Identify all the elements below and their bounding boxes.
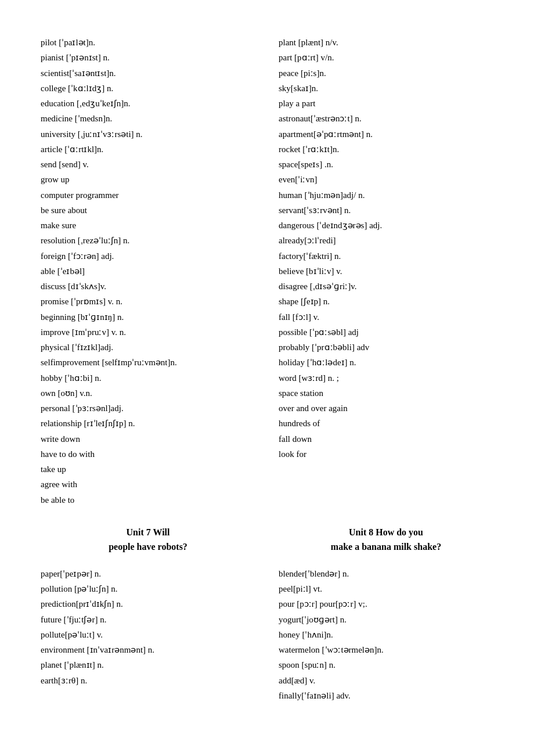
vocab-item: computer programmer [41, 188, 255, 203]
vocab-item: already[ɔːlˈredi] [279, 233, 493, 248]
vocab-item: paper[ˈpeɪpər] n. [41, 566, 255, 581]
vocab-item: pilot [ˈpaɪlət]n. [41, 35, 255, 50]
vocab-item: shape [ʃeɪp] n. [279, 294, 493, 309]
vocab-item: spoon [spuːn] n. [279, 657, 493, 672]
vocab-item: holiday [ˈhɑːlədeɪ] n. [279, 355, 493, 370]
right-vocab-block: plant [plænt] n/v.part [pɑːrt] v/n.peace… [279, 35, 493, 462]
vocab-item: beginning [bɪˈɡɪnɪŋ] n. [41, 309, 255, 325]
vocab-item: factory[ˈfæktri] n. [279, 249, 493, 264]
vocab-item: future [ˈfjuːtʃər] n. [41, 612, 255, 627]
vocab-item: foreign [ˈfɔːrən] adj. [41, 249, 255, 264]
main-content: pilot [ˈpaɪlət]n.pianist [ˈpɪənɪst] n.sc… [41, 35, 493, 507]
vocab-item: play a part [279, 96, 493, 111]
vocab-item: college [ˈkɑːlɪdʒ] n. [41, 81, 255, 96]
vocab-item: fall [fɔːl] v. [279, 309, 493, 325]
vocab-item: rocket [ˈrɑːkɪt]n. [279, 142, 493, 157]
unit8-vocab-block: blender[ˈblendər] n.peel[piːl] vt.pour [… [279, 566, 493, 703]
vocab-item: hobby [ˈhɑːbi] n. [41, 370, 255, 386]
vocab-item: education [ˌedʒuˈkeɪʃn]n. [41, 96, 255, 111]
vocab-item: take up [41, 462, 255, 477]
right-column-top: plant [plænt] n/v.part [pɑːrt] v/n.peace… [279, 35, 493, 507]
vocab-item: resolution [ˌrezəˈluːʃn] n. [41, 233, 255, 248]
unit-sections: Unit 7 Will people have robots? paper[ˈp… [41, 525, 493, 703]
vocab-item: prediction[prɪˈdɪkʃn] n. [41, 596, 255, 611]
vocab-item: word [wɜːrd] n. ; [279, 370, 493, 386]
vocab-item: grow up [41, 172, 255, 187]
unit7-section: Unit 7 Will people have robots? paper[ˈp… [41, 525, 255, 703]
vocab-item: watermelon [ˈwɔːtərmelən]n. [279, 642, 493, 657]
vocab-item: pollute[pəˈluːt] v. [41, 627, 255, 642]
vocab-item: planet [ˈplænɪt] n. [41, 657, 255, 672]
unit8-section: Unit 8 How do you make a banana milk sha… [279, 525, 493, 703]
vocab-item: pianist [ˈpɪənɪst] n. [41, 50, 255, 65]
vocab-item: relationship [rɪˈleɪʃnʃɪp] n. [41, 416, 255, 431]
vocab-item: article [ˈɑːrtɪkl]n. [41, 142, 255, 157]
vocab-item: yogurt[ˈjoʊɡərt] n. [279, 612, 493, 627]
vocab-item: university [ˌjuːnɪˈvɜːrsəti] n. [41, 127, 255, 142]
vocab-item: scientist[ˈsaɪəntɪst]n. [41, 66, 255, 81]
vocab-item: servant[ˈsɜːrvənt] n. [279, 203, 493, 218]
vocab-item: physical [ˈfɪzɪkl]adj. [41, 340, 255, 355]
vocab-item: fall down [279, 431, 493, 447]
vocab-item: send [send] v. [41, 157, 255, 172]
vocab-item: peace [piːs]n. [279, 66, 493, 81]
vocab-item: agree with [41, 477, 255, 492]
vocab-item: over and over again [279, 401, 493, 416]
vocab-item: astronaut[ˈæstrənɔːt] n. [279, 111, 493, 126]
vocab-item: pour [pɔːr] pour[pɔːr] v;. [279, 596, 493, 611]
vocab-item: finally[ˈfaɪnəli] adv. [279, 688, 493, 703]
vocab-item: promise [ˈprɒmɪs] v. n. [41, 294, 255, 309]
vocab-item: discuss [dɪˈskʌs]v. [41, 279, 255, 294]
vocab-item: have to do with [41, 447, 255, 462]
vocab-item: part [pɑːrt] v/n. [279, 50, 493, 65]
vocab-item: space[speɪs] .n. [279, 157, 493, 172]
vocab-item: selfimprovement [selfɪmpˈruːvmənt]n. [41, 355, 255, 370]
vocab-item: believe [bɪˈliːv] v. [279, 264, 493, 279]
vocab-item: even[ˈiːvn] [279, 172, 493, 187]
unit7-vocab-block: paper[ˈpeɪpər] n.pollution [pəˈluːʃn] n.… [41, 566, 255, 688]
vocab-item: look for [279, 447, 493, 462]
vocab-item: earth[ɜːrθ] n. [41, 673, 255, 688]
vocab-item: environment [ɪnˈvaɪrənmənt] n. [41, 642, 255, 657]
vocab-item: own [oʊn] v.n. [41, 386, 255, 401]
vocab-item: improve [ɪmˈpruːv] v. n. [41, 325, 255, 340]
vocab-item: hundreds of [279, 416, 493, 431]
left-column-top: pilot [ˈpaɪlət]n.pianist [ˈpɪənɪst] n.sc… [41, 35, 255, 507]
vocab-item: medicine [ˈmedsn]n. [41, 111, 255, 126]
vocab-item: be sure about [41, 203, 255, 218]
vocab-item: human [ˈhjuːmən]adj/ n. [279, 188, 493, 203]
vocab-item: space station [279, 386, 493, 401]
vocab-item: write down [41, 431, 255, 447]
vocab-item: probably [ˈprɑːbəbli] adv [279, 340, 493, 355]
vocab-item: be able to [41, 492, 255, 507]
vocab-item: peel[piːl] vt. [279, 581, 493, 596]
vocab-item: able [ˈeɪbəl] [41, 264, 255, 279]
vocab-item: sky[skaɪ]n. [279, 81, 493, 96]
vocab-item: dangerous [ˈdeɪndʒərəs] adj. [279, 218, 493, 233]
vocab-item: possible [ˈpɑːsəbl] adj [279, 325, 493, 340]
vocab-item: make sure [41, 218, 255, 233]
vocab-item: personal [ˈpɜːrsənl]adj. [41, 401, 255, 416]
unit8-title: Unit 8 How do you make a banana milk sha… [279, 525, 493, 555]
vocab-item: plant [plænt] n/v. [279, 35, 493, 50]
vocab-item: disagree [ˌdɪsəˈɡriː]v. [279, 279, 493, 294]
left-vocab-block: pilot [ˈpaɪlət]n.pianist [ˈpɪənɪst] n.sc… [41, 35, 255, 507]
vocab-item: apartment[əˈpɑːrtmənt] n. [279, 127, 493, 142]
vocab-item: honey [ˈhʌni]n. [279, 627, 493, 642]
unit7-title: Unit 7 Will people have robots? [41, 525, 255, 555]
vocab-item: pollution [pəˈluːʃn] n. [41, 581, 255, 596]
vocab-item: blender[ˈblendər] n. [279, 566, 493, 581]
vocab-item: add[æd] v. [279, 673, 493, 688]
